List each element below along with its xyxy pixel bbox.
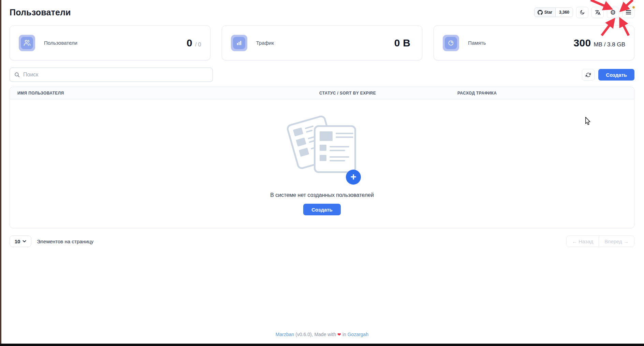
search-icon [14, 72, 20, 77]
footer-version: (v0.6.0), Made with [295, 332, 336, 337]
marzban-users-page: Пользователи Star 3,360 ⚙ [0, 0, 644, 346]
dark-mode-button[interactable] [576, 7, 588, 18]
refresh-button[interactable] [582, 69, 595, 81]
github-icon [538, 10, 543, 15]
window-left-edge [0, 0, 1, 346]
gozargah-link[interactable]: Gozargah [348, 332, 368, 337]
settings-button[interactable]: ⚙ [607, 7, 619, 18]
empty-create-button[interactable]: Создать [303, 204, 341, 215]
search-input[interactable] [23, 72, 208, 78]
refresh-icon [586, 72, 591, 77]
menu-button[interactable] [622, 7, 634, 18]
stat-card-users: Пользователи 0 / 0 [10, 25, 210, 60]
document-front [314, 125, 356, 173]
translate-icon [595, 10, 601, 15]
github-star-count[interactable]: 3,360 [556, 8, 573, 17]
window-bottom-edge [0, 344, 644, 346]
table-header-row: ИМЯ ПОЛЬЗОВАТЕЛЯ СТАТУС / SORT BY EXPIRE… [10, 87, 634, 99]
stat-value: 300 MB / 3.8 GB [573, 37, 625, 49]
column-traffic-usage[interactable]: РАСХОД ТРАФИКА [450, 91, 634, 96]
toolbar: Создать [10, 68, 634, 82]
chevron-down-icon [23, 240, 26, 243]
users-icon [24, 39, 31, 46]
moon-icon [580, 10, 585, 15]
column-status-sort-expire[interactable]: СТАТУС / SORT BY EXPIRE [312, 91, 450, 96]
marzban-link[interactable]: Marzban [276, 332, 294, 337]
create-button[interactable]: Создать [598, 69, 634, 81]
empty-documents-illustration: + [284, 116, 360, 184]
github-star-widget[interactable]: Star 3,360 [534, 8, 573, 17]
notification-dot [632, 6, 635, 9]
heart-icon: ❤ [337, 332, 341, 337]
stat-card-memory: Память 300 MB / 3.8 GB [434, 25, 634, 60]
pagination: 10 Элементов на страницу ← Назад Вперед … [10, 235, 634, 247]
hamburger-icon [626, 10, 631, 14]
footer-in: in [342, 332, 346, 337]
pagination-nav: ← Назад Вперед → [566, 235, 634, 247]
language-button[interactable] [591, 7, 604, 18]
per-page-label: Элементов на страницу [37, 239, 93, 244]
stat-label: Трафик [256, 40, 274, 46]
stat-value: 0 / 0 [187, 37, 201, 49]
gear-icon: ⚙ [610, 9, 616, 16]
users-table: ИМЯ ПОЛЬЗОВАТЕЛЯ СТАТУС / SORT BY EXPIRE… [10, 87, 634, 228]
github-star-button[interactable]: Star [535, 8, 556, 17]
page-size-select[interactable]: 10 [10, 235, 31, 247]
stat-label: Память [468, 40, 486, 46]
add-plus-icon[interactable]: + [346, 170, 361, 185]
bar-chart-icon [236, 40, 243, 46]
stat-card-traffic: Трафик 0 B [222, 25, 423, 60]
column-username[interactable]: ИМЯ ПОЛЬЗОВАТЕЛЯ [10, 91, 312, 96]
table-empty-state: + В системе нет созданных пользователей … [10, 99, 634, 228]
next-page-button[interactable]: Вперед → [599, 236, 634, 247]
header: Пользователи Star 3,360 ⚙ [10, 5, 634, 20]
page-title: Пользователи [10, 8, 71, 17]
footer: Marzban (v0.6.0), Made with ❤ in Gozarga… [0, 332, 644, 337]
empty-message: В системе нет созданных пользователей [270, 192, 374, 198]
stat-label: Пользователи [44, 40, 77, 46]
search-box[interactable] [10, 68, 213, 82]
header-controls: Star 3,360 ⚙ [534, 7, 634, 18]
stat-value: 0 B [394, 37, 413, 49]
stats-row: Пользователи 0 / 0 Трафик 0 B [10, 25, 634, 60]
memory-pie-icon [448, 40, 454, 46]
github-star-label: Star [544, 10, 552, 15]
prev-page-button[interactable]: ← Назад [567, 236, 599, 247]
